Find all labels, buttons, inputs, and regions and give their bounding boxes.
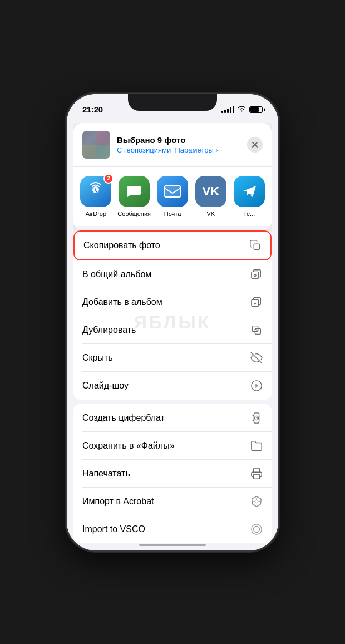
vk-label: VK bbox=[206, 210, 215, 217]
menu-copy-photo[interactable]: Скопировать фото bbox=[73, 230, 272, 260]
share-thumbnail bbox=[82, 131, 110, 159]
scroll-area[interactable]: Выбрано 9 фото С геопозициями Параметры … bbox=[73, 123, 272, 546]
close-button[interactable] bbox=[247, 137, 263, 153]
slideshow-icon bbox=[250, 380, 263, 392]
menu-save-files[interactable]: Сохранить в «Файлы» bbox=[73, 432, 272, 460]
app-messages[interactable]: Сообщения bbox=[116, 176, 152, 217]
svg-rect-0 bbox=[165, 186, 180, 197]
airdrop-icon-wrap: 2 bbox=[80, 176, 111, 207]
messages-icon-wrap bbox=[119, 176, 150, 207]
app-airdrop[interactable]: 2 AirDrop bbox=[78, 176, 114, 217]
telegram-icon-wrap bbox=[234, 176, 265, 207]
save-files-icon bbox=[250, 440, 263, 452]
hide-label: Скрыть bbox=[82, 353, 113, 363]
vsco-icon bbox=[250, 523, 263, 535]
share-title-block: Выбрано 9 фото С геопозициями Параметры … bbox=[117, 135, 247, 154]
svg-point-4 bbox=[254, 274, 256, 277]
status-icons bbox=[221, 105, 263, 114]
menu-shared-album[interactable]: В общий альбом bbox=[73, 260, 272, 288]
telegram-label: Те... bbox=[243, 210, 255, 217]
svg-rect-20 bbox=[254, 474, 260, 478]
menu-watchface[interactable]: Создать циферблат bbox=[73, 404, 272, 432]
app-vk[interactable]: VK VK bbox=[193, 176, 229, 217]
save-files-label: Сохранить в «Файлы» bbox=[82, 441, 175, 451]
airdrop-symbol-icon bbox=[87, 181, 105, 201]
slideshow-label: Слайд-шоу bbox=[82, 381, 129, 391]
home-indicator[interactable] bbox=[139, 544, 206, 546]
svg-point-22 bbox=[254, 526, 260, 532]
menu-vsco[interactable]: Import to VSCO bbox=[73, 515, 272, 543]
svg-point-21 bbox=[252, 524, 262, 534]
menu-acrobat[interactable]: Импорт в Acrobat bbox=[73, 488, 272, 515]
mail-icon-wrap bbox=[157, 176, 188, 207]
duplicate-icon bbox=[250, 324, 263, 336]
signal-icon bbox=[221, 106, 234, 113]
messages-label: Сообщения bbox=[117, 210, 151, 217]
print-icon bbox=[250, 468, 263, 480]
shared-album-icon bbox=[250, 268, 263, 281]
menu-print[interactable]: Напечатать bbox=[73, 460, 272, 488]
share-header: Выбрано 9 фото С геопозициями Параметры … bbox=[73, 123, 272, 167]
acrobat-label: Импорт в Acrobat bbox=[82, 496, 154, 507]
menu-section-2: Создать циферблат Сохранить bbox=[73, 404, 272, 543]
menu-slideshow[interactable]: Слайд-шоу bbox=[73, 372, 272, 400]
main-content: Выбрано 9 фото С геопозициями Параметры … bbox=[67, 119, 278, 550]
menu-section-1: Скопировать фото В общий альбом bbox=[73, 230, 272, 400]
acrobat-icon bbox=[250, 495, 263, 508]
watchface-label: Создать циферблат bbox=[82, 413, 165, 423]
notch bbox=[128, 94, 217, 111]
svg-line-10 bbox=[255, 328, 258, 331]
copy-photo-label: Скопировать фото bbox=[83, 240, 160, 250]
watchface-icon bbox=[250, 412, 263, 424]
app-mail[interactable]: Почта bbox=[155, 176, 191, 217]
hide-icon bbox=[250, 352, 263, 364]
share-sheet: Выбрано 9 фото С геопозициями Параметры … bbox=[73, 123, 272, 230]
add-album-label: Добавить в альбом bbox=[82, 297, 162, 307]
share-title: Выбрано 9 фото bbox=[117, 135, 247, 145]
duplicate-label: Дублировать bbox=[82, 325, 136, 335]
apps-row: 2 AirDrop Со bbox=[73, 167, 272, 230]
svg-marker-13 bbox=[255, 384, 259, 387]
print-label: Напечатать bbox=[82, 469, 130, 479]
copy-icon bbox=[249, 239, 262, 252]
vsco-label: Import to VSCO bbox=[82, 524, 145, 534]
phone-frame: 21:20 bbox=[67, 94, 278, 550]
wifi-icon bbox=[238, 105, 246, 114]
screen: 21:20 bbox=[67, 94, 278, 550]
mail-label: Почта bbox=[164, 210, 181, 217]
svg-rect-3 bbox=[252, 272, 259, 278]
menu-add-album[interactable]: Добавить в альбом bbox=[73, 288, 272, 316]
vk-text-icon: VK bbox=[203, 184, 220, 199]
share-subtitle: С геопозициями Параметры › bbox=[117, 146, 247, 154]
svg-rect-2 bbox=[254, 244, 259, 249]
content-inner: Выбрано 9 фото С геопозициями Параметры … bbox=[73, 123, 272, 546]
menu-hide[interactable]: Скрыть bbox=[73, 344, 272, 372]
shared-album-label: В общий альбом bbox=[82, 269, 151, 279]
menu-duplicate[interactable]: Дублировать bbox=[73, 316, 272, 344]
params-link[interactable]: Параметры › bbox=[175, 146, 218, 154]
status-time: 21:20 bbox=[82, 105, 103, 114]
airdrop-label: AirDrop bbox=[86, 210, 106, 217]
app-telegram[interactable]: Те... bbox=[231, 176, 267, 217]
battery-icon bbox=[249, 106, 263, 113]
airdrop-badge: 2 bbox=[103, 174, 114, 184]
add-album-icon bbox=[250, 296, 263, 308]
vk-icon-wrap: VK bbox=[195, 176, 226, 207]
